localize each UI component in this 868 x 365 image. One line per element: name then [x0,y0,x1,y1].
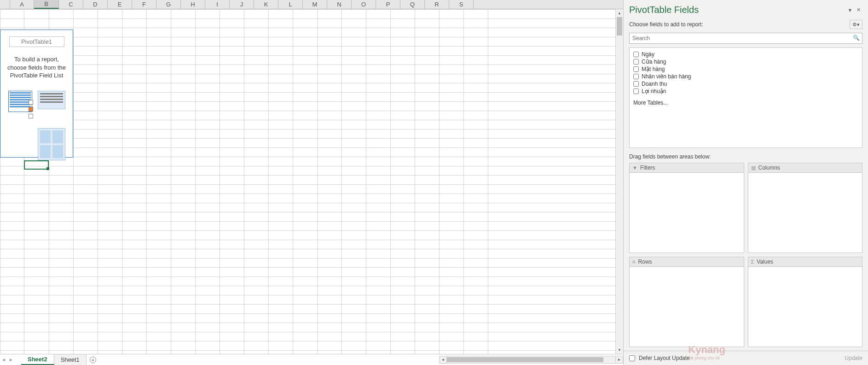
col-I[interactable]: I [205,0,230,9]
field-item: Cửa hàng [633,58,858,65]
sheet-nav-prev[interactable]: ◄ [0,354,7,365]
field-item: Nhân viên bán hàng [633,73,858,80]
pivottable-illustration [4,91,69,151]
spreadsheet-area: A B C D E F G H I J K L M N O P Q R S ▲ [0,0,623,365]
field-checkbox[interactable] [633,81,639,87]
pane-title: PivotTable Fields [629,5,846,15]
field-search-input[interactable] [629,33,862,44]
defer-layout-label: Defer Layout Update [639,355,690,361]
field-checkbox[interactable] [633,74,639,79]
col-S[interactable]: S [449,0,474,9]
active-cell-indicator [24,160,49,170]
more-tables-link[interactable]: More Tables... [633,100,858,106]
field-label: Nhân viên bán hàng [642,73,691,80]
column-header-row: A B C D E F G H I J K L M N O P Q R S [0,0,623,9]
field-item: Lợi nhuận [633,88,858,95]
vertical-scrollbar[interactable]: ▲ ▼ [615,9,623,354]
hscroll-right-button[interactable]: ► [615,356,623,364]
area-label: Rows [638,259,652,265]
field-item: Doanh thu [633,80,858,88]
pane-close-button[interactable]: ✕ [854,7,862,13]
pivottable-fields-pane: PivotTable Fields ▼ ✕ Choose fields to a… [623,0,868,365]
col-R[interactable]: R [425,0,449,9]
field-label: Lợi nhuận [642,88,666,94]
area-label: Columns [758,165,780,171]
pivottable-name-box: PivotTable1 [9,36,64,47]
col-L[interactable]: L [278,0,303,9]
col-O[interactable]: O [352,0,376,9]
field-label: Doanh thu [642,81,667,87]
field-checkbox[interactable] [633,59,639,65]
select-all-corner[interactable] [0,0,10,9]
col-F[interactable]: F [132,0,156,9]
scroll-down-button[interactable]: ▼ [616,346,623,354]
gear-icon: ⚙ [852,22,857,28]
sheet-tab-sheet1[interactable]: Sheet1 [54,354,87,365]
pane-subtitle: Choose fields to add to report: [629,21,703,28]
filters-area[interactable]: ▼Filters [629,163,744,253]
field-item: Ngày [633,51,858,58]
rows-area[interactable]: ≡Rows [629,257,744,347]
rows-icon: ≡ [632,259,635,265]
defer-layout-checkbox[interactable] [629,355,635,361]
field-checkbox[interactable] [633,88,639,94]
col-A[interactable]: A [10,0,34,9]
col-P[interactable]: P [376,0,400,9]
filter-icon: ▼ [632,165,637,171]
col-B[interactable]: B [34,0,59,9]
hscroll-left-button[interactable]: ◄ [439,356,447,364]
sigma-icon: Σ [751,259,754,265]
columns-area[interactable]: ▥Columns [748,163,863,253]
scroll-up-button[interactable]: ▲ [616,9,623,17]
col-K[interactable]: K [254,0,278,9]
plus-icon: + [90,357,96,363]
cell-grid[interactable] [0,9,615,354]
field-label: Mặt hàng [642,66,665,72]
new-sheet-button[interactable]: + [87,354,99,365]
update-button[interactable]: Update [845,355,862,361]
field-checkbox[interactable] [633,66,639,72]
area-label: Filters [640,165,655,171]
pivottable-placeholder[interactable]: PivotTable1 To build a report, choose fi… [0,29,73,158]
pane-collapse-button[interactable]: ▼ [846,7,854,13]
col-C[interactable]: C [59,0,83,9]
pivottable-hint-text: To build a report, choose fields from th… [4,55,69,80]
col-N[interactable]: N [327,0,352,9]
field-label: Ngày [642,51,654,58]
field-checkbox[interactable] [633,52,639,57]
col-H[interactable]: H [181,0,205,9]
pane-tools-button[interactable]: ⚙▾ [850,20,862,29]
field-item: Mặt hàng [633,65,858,73]
area-label: Values [757,259,773,265]
col-J[interactable]: J [230,0,254,9]
horizontal-scrollbar[interactable]: ◄ ► [439,354,623,365]
col-D[interactable]: D [83,0,108,9]
values-area[interactable]: ΣValues [748,257,863,347]
sheet-tab-bar: ◄ ► Sheet2 Sheet1 + ◄ ► [0,354,623,365]
horizontal-scroll-thumb[interactable] [447,357,603,362]
vertical-scroll-thumb[interactable] [617,17,622,35]
drag-areas-label: Drag fields between areas below: [624,148,868,163]
sheet-tab-sheet2[interactable]: Sheet2 [21,354,54,365]
columns-icon: ▥ [751,165,756,171]
col-G[interactable]: G [156,0,181,9]
sheet-nav-next[interactable]: ► [7,354,15,365]
search-icon: 🔍 [853,35,860,41]
col-M[interactable]: M [303,0,327,9]
field-label: Cửa hàng [642,59,666,65]
col-E[interactable]: E [108,0,132,9]
field-list[interactable]: Ngày Cửa hàng Mặt hàng Nhân viên bán hàn… [629,47,862,148]
col-Q[interactable]: Q [400,0,425,9]
